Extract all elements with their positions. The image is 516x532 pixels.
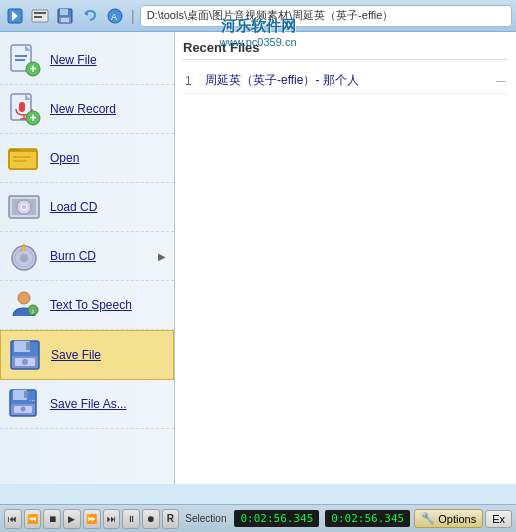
menu-item-open[interactable]: Open [0,134,174,183]
toolbar-icon-1[interactable] [4,5,26,27]
time-display-2: 0:02:56.345 [325,510,410,527]
svg-point-39 [18,292,30,304]
save-file-icon [7,337,43,373]
options-button[interactable]: 🔧 Options [414,509,483,528]
open-icon [6,140,42,176]
burn-cd-label: Burn CD [50,249,96,263]
menu-item-burn-cd[interactable]: Burn CD ▶ [0,232,174,281]
expand-button[interactable]: Ex [485,510,512,528]
load-cd-label: Load CD [50,200,97,214]
menu-item-new-file[interactable]: + New File [0,36,174,85]
svg-rect-44 [26,342,30,350]
svg-point-47 [22,359,28,365]
menu-item-save-as[interactable]: ... Save File As... [0,380,174,429]
save-as-label: Save File As... [50,397,127,411]
transport-rew[interactable]: ⏪ [24,509,42,529]
svg-rect-2 [32,10,48,22]
open-label: Open [50,151,79,165]
title-path[interactable]: D:\tools\桌面\图片音视频素材\周延英（英子-effie） [140,5,512,27]
menu-item-load-cd[interactable]: Load CD [0,183,174,232]
svg-rect-8 [61,18,69,22]
file-name-1: 周延英（英子-effie）- 那个人 [205,72,359,89]
svg-rect-50 [24,391,28,398]
r-button[interactable]: R [162,509,180,529]
selection-label: Selection [185,513,226,524]
toolbar-icon-2[interactable] [29,5,51,27]
status-bar: ⏮ ⏪ ⏹ ▶ ⏩ ⏭ ⏸ ⏺ R Selection 0:02:56.345 … [0,504,516,532]
transport-stop[interactable]: ⏹ [43,509,61,529]
tts-icon: ♪ [6,287,42,323]
transport-play[interactable]: ▶ [63,509,81,529]
new-file-label: New File [50,53,97,67]
path-text: D:\tools\桌面\图片音视频素材\周延英（英子-effie） [147,8,394,23]
svg-rect-4 [34,16,42,18]
new-file-icon: + [6,42,42,78]
svg-rect-15 [15,59,25,61]
transport-fwd[interactable]: ⏩ [83,509,101,529]
svg-rect-27 [9,151,37,169]
file-dash-1: — [496,75,506,86]
load-cd-icon [6,189,42,225]
new-record-label: New Record [50,102,116,116]
title-bar: A | D:\tools\桌面\图片音视频素材\周延英（英子-effie） 河乐… [0,0,516,32]
svg-point-37 [20,254,28,262]
svg-marker-9 [84,11,88,16]
menu-item-save-file[interactable]: Save File [0,330,174,380]
svg-rect-14 [15,55,27,57]
options-icon: 🔧 [421,512,435,525]
svg-text:♪: ♪ [31,307,35,316]
new-record-icon: + [6,91,42,127]
tts-label: Text To Speech [50,298,132,312]
menu-item-tts[interactable]: ♪ Text To Speech [0,281,174,330]
transport-record[interactable]: ⏺ [142,509,160,529]
svg-rect-5 [58,9,72,23]
burn-cd-arrow: ▶ [158,251,166,262]
file-num-1: 1 [185,74,199,88]
left-menu: + New File + New Record [0,32,175,484]
transport-next[interactable]: ⏭ [103,509,121,529]
toolbar-icon-save[interactable] [54,5,76,27]
burn-cd-icon [6,238,42,274]
svg-text:...: ... [29,394,36,403]
svg-rect-3 [34,12,46,14]
svg-text:+: + [30,62,37,76]
title-bar-left: A | D:\tools\桌面\图片音视频素材\周延英（英子-effie） [4,5,512,27]
svg-marker-1 [12,11,18,21]
recent-file-item-1[interactable]: 1 周延英（英子-effie）- 那个人 — [183,68,508,94]
transport-pause[interactable]: ⏸ [122,509,140,529]
svg-point-33 [22,205,26,209]
right-panel: Recent Files 1 周延英（英子-effie）- 那个人 — [175,32,516,484]
svg-text:A: A [111,12,117,22]
transport-prev[interactable]: ⏮ [4,509,22,529]
svg-rect-20 [19,102,25,112]
svg-point-10 [108,9,122,23]
svg-point-53 [21,407,26,412]
toolbar-icon-5[interactable]: A [104,5,126,27]
svg-rect-7 [59,17,71,23]
expand-label: Ex [492,513,505,525]
svg-rect-0 [8,9,22,23]
options-label: Options [438,513,476,525]
toolbar-icon-undo[interactable] [79,5,101,27]
menu-item-new-record[interactable]: + New Record [0,85,174,134]
main-content: + New File + New Record [0,32,516,484]
title-separator: | [131,8,135,24]
save-file-label: Save File [51,348,101,362]
svg-rect-6 [60,9,68,15]
time-display-1: 0:02:56.345 [234,510,319,527]
svg-text:+: + [30,111,37,125]
save-as-icon: ... [6,386,42,422]
recent-files-title: Recent Files [183,40,508,60]
